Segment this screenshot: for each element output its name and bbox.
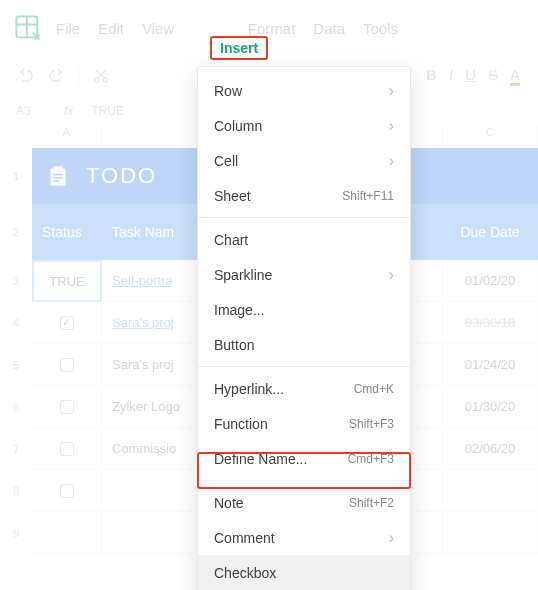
checkbox-icon[interactable] bbox=[60, 442, 74, 456]
menu-insert[interactable]: Insert bbox=[210, 36, 268, 60]
dd-sparkline[interactable]: Sparkline› bbox=[198, 257, 410, 292]
dd-chart[interactable]: Chart bbox=[198, 222, 410, 257]
dd-note[interactable]: NoteShift+F2 bbox=[198, 485, 410, 520]
row-num[interactable]: 8 bbox=[0, 470, 32, 512]
shortcut-label: Shift+F2 bbox=[349, 496, 394, 510]
dd-comment[interactable]: Comment› bbox=[198, 520, 410, 555]
menu-edit[interactable]: Edit bbox=[98, 20, 124, 37]
chevron-right-icon: › bbox=[389, 118, 394, 134]
fx-label: fx bbox=[64, 104, 73, 118]
shortcut-label: Shift+F11 bbox=[342, 189, 394, 203]
dd-column[interactable]: Column› bbox=[198, 108, 410, 143]
svg-rect-4 bbox=[54, 177, 63, 179]
format-letters: B I U S A bbox=[426, 66, 520, 86]
dd-hyperlink[interactable]: Hyperlink...Cmd+K bbox=[198, 371, 410, 406]
cell-due-6[interactable]: 01/30/20 bbox=[443, 386, 538, 428]
col-header-a[interactable]: A bbox=[32, 126, 102, 148]
todo-title: TODO bbox=[86, 163, 157, 189]
menu-file[interactable]: File bbox=[56, 20, 80, 37]
dd-button[interactable]: Button bbox=[198, 327, 410, 362]
svg-rect-5 bbox=[54, 180, 59, 182]
dd-function[interactable]: FunctionShift+F3 bbox=[198, 406, 410, 441]
cell-status-6[interactable] bbox=[32, 386, 102, 428]
app-logo-icon bbox=[14, 14, 42, 42]
cut-icon[interactable] bbox=[93, 68, 109, 84]
row-num[interactable]: 3 bbox=[0, 260, 32, 302]
topbar: File Edit View Insert Format Data Tools bbox=[0, 0, 538, 56]
formula-value[interactable]: TRUE bbox=[91, 104, 124, 118]
bold-button[interactable]: B bbox=[426, 66, 437, 86]
chevron-right-icon: › bbox=[389, 530, 394, 546]
row-num[interactable]: 4 bbox=[0, 302, 32, 344]
dd-cell[interactable]: Cell› bbox=[198, 143, 410, 178]
row-num[interactable]: 9 bbox=[0, 512, 32, 554]
shortcut-label: Cmd+K bbox=[354, 382, 394, 396]
row-num[interactable]: 7 bbox=[0, 428, 32, 470]
cell-status-5[interactable] bbox=[32, 344, 102, 386]
redo-icon[interactable] bbox=[48, 68, 64, 84]
row-num[interactable]: 6 bbox=[0, 386, 32, 428]
col-header-c[interactable]: C bbox=[443, 126, 538, 148]
menu-view[interactable]: View bbox=[142, 20, 174, 37]
row-num[interactable]: 2 bbox=[0, 204, 32, 260]
menu-tools[interactable]: Tools bbox=[363, 20, 398, 37]
italic-button[interactable]: I bbox=[449, 66, 453, 86]
fontcolor-button[interactable]: A bbox=[510, 66, 520, 86]
cell-status-4[interactable] bbox=[32, 302, 102, 344]
checkbox-icon[interactable] bbox=[60, 400, 74, 414]
strike-button[interactable]: S bbox=[488, 66, 498, 86]
insert-dropdown: Row› Column› Cell› SheetShift+F11 Chart … bbox=[197, 66, 411, 590]
shortcut-label: Cmd+F3 bbox=[348, 452, 394, 466]
cell-due-5[interactable]: 01/24/20 bbox=[443, 344, 538, 386]
checkbox-icon[interactable] bbox=[60, 484, 74, 498]
menu-data[interactable]: Data bbox=[313, 20, 345, 37]
chevron-right-icon: › bbox=[389, 267, 394, 283]
cell-due-7[interactable]: 02/06/20 bbox=[443, 428, 538, 470]
chevron-right-icon: › bbox=[389, 153, 394, 169]
checkbox-icon[interactable] bbox=[60, 316, 74, 330]
svg-rect-3 bbox=[54, 173, 63, 175]
cell-due-4[interactable]: 03/30/18 bbox=[443, 302, 538, 344]
header-due: Due Date bbox=[443, 204, 538, 260]
row-num[interactable]: 1 bbox=[0, 148, 32, 204]
dd-define-name[interactable]: Define Name...Cmd+F3 bbox=[198, 441, 410, 476]
menubar: File Edit View Insert Format Data Tools bbox=[56, 20, 398, 37]
cell-status-3[interactable]: TRUE bbox=[32, 260, 102, 302]
underline-button[interactable]: U bbox=[465, 66, 476, 86]
dd-checkbox[interactable]: Checkbox bbox=[198, 555, 410, 590]
undo-icon[interactable] bbox=[18, 68, 34, 84]
checkbox-icon[interactable] bbox=[60, 358, 74, 372]
cell-ref[interactable]: A3 bbox=[16, 104, 46, 118]
shortcut-label: Shift+F3 bbox=[349, 417, 394, 431]
dd-image[interactable]: Image... bbox=[198, 292, 410, 327]
row-num[interactable]: 5 bbox=[0, 344, 32, 386]
dd-row[interactable]: Row› bbox=[198, 73, 410, 108]
clipboard-icon bbox=[38, 156, 78, 196]
cell-due-3[interactable]: 01/02/20 bbox=[443, 260, 538, 302]
dd-sheet[interactable]: SheetShift+F11 bbox=[198, 178, 410, 213]
menu-format[interactable]: Format bbox=[248, 20, 296, 37]
chevron-right-icon: › bbox=[389, 83, 394, 99]
cell-status-7[interactable] bbox=[32, 428, 102, 470]
header-status: Status bbox=[32, 204, 102, 260]
